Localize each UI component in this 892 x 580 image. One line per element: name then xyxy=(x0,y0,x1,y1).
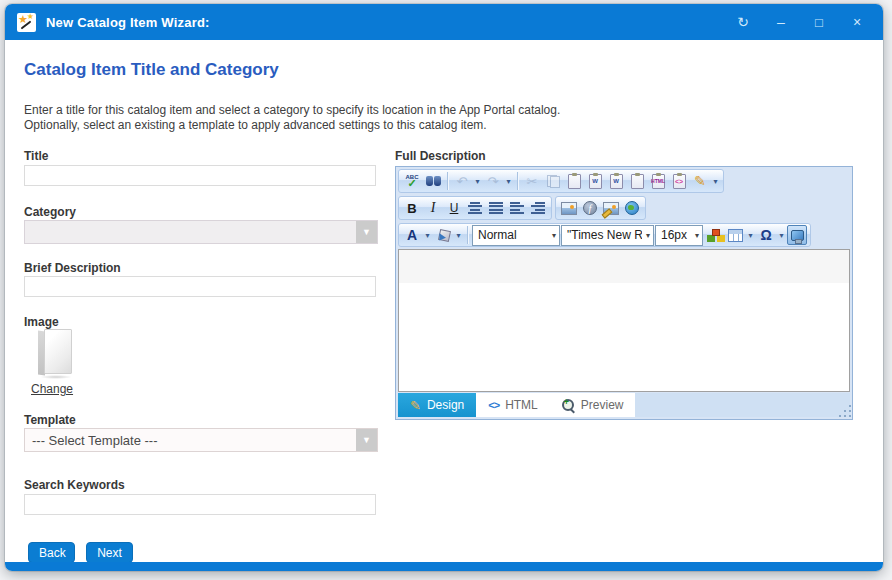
category-dropdown[interactable]: ▼ xyxy=(24,220,378,244)
underline-icon[interactable]: U xyxy=(444,198,464,218)
module-manager-icon[interactable] xyxy=(787,225,807,245)
page-title: Catalog Item Title and Category xyxy=(24,60,279,80)
title-label: Title xyxy=(24,149,48,163)
spellcheck-icon[interactable]: ABC ✓ xyxy=(402,171,422,191)
code-icon: <> xyxy=(488,399,499,411)
wizard-window: ★ ★ New Catalog Item Wizard: ↻ – □ × Cat… xyxy=(5,4,883,571)
chevron-down-icon: ▾ xyxy=(646,231,650,240)
magnifier-icon: + xyxy=(562,399,575,412)
chevron-down-icon: ▾ xyxy=(695,231,699,240)
box-shadow xyxy=(40,375,72,379)
toolbar-row-3: A ▾ ▾ Normal ▾ "Times New R... ▾ 16px ▾ xyxy=(396,221,852,248)
toolbar-group-font: A ▾ ▾ Normal ▾ "Times New R... ▾ 16px ▾ xyxy=(398,223,811,247)
full-description-label: Full Description xyxy=(395,149,486,163)
cut-icon[interactable]: ✂ xyxy=(522,171,542,191)
tab-preview[interactable]: + Preview xyxy=(550,393,636,417)
snippet-manager-icon[interactable] xyxy=(704,225,724,245)
editor-content-top-band xyxy=(399,250,849,283)
search-keywords-input[interactable] xyxy=(24,494,376,515)
paragraph-style-select[interactable]: Normal ▾ xyxy=(472,225,560,246)
separator xyxy=(447,172,448,190)
align-left-icon[interactable] xyxy=(507,198,527,218)
paste-html-icon[interactable]: <> xyxy=(669,171,689,191)
template-value: --- Select Template --- xyxy=(25,433,356,448)
toolbar-row-2: B I U f xyxy=(396,194,852,221)
rich-text-editor: ABC ✓ ↶ ▾ ↷ ▾ ✂ W W HTML <> ✎ xyxy=(395,166,853,420)
brief-description-input[interactable] xyxy=(24,276,376,297)
description-line-1: Enter a title for this catalog item and … xyxy=(24,103,560,118)
pencil-icon: ✎ xyxy=(410,398,421,413)
align-center-icon[interactable] xyxy=(465,198,485,218)
template-dropdown[interactable]: --- Select Template --- ▼ xyxy=(24,428,378,452)
brief-description-label: Brief Description xyxy=(24,261,121,275)
paste-icon[interactable] xyxy=(564,171,584,191)
font-size-select[interactable]: 16px ▾ xyxy=(655,225,703,246)
chevron-down-icon: ▾ xyxy=(552,231,556,240)
insert-table-dropdown-icon[interactable]: ▾ xyxy=(746,231,755,240)
hyperlink-manager-icon[interactable] xyxy=(622,198,642,218)
minimize-button[interactable]: – xyxy=(773,15,789,29)
next-button[interactable]: Next xyxy=(86,542,133,563)
toolbar-group-media: f xyxy=(555,196,646,220)
toolbar-group-clipboard: ABC ✓ ↶ ▾ ↷ ▾ ✂ W W HTML <> ✎ xyxy=(398,169,724,193)
editor-content-area[interactable] xyxy=(398,249,850,392)
paste-from-word-strip-font-icon[interactable]: W xyxy=(606,171,626,191)
change-image-link[interactable]: Change xyxy=(31,382,73,396)
format-stripper-dropdown-icon[interactable]: ▾ xyxy=(711,177,720,186)
title-bar: ★ ★ New Catalog Item Wizard: ↻ – □ × xyxy=(5,4,883,40)
category-label: Category xyxy=(24,205,76,219)
resize-grip-icon[interactable] xyxy=(844,410,846,412)
align-justify-icon[interactable] xyxy=(486,198,506,218)
bold-icon[interactable]: B xyxy=(402,198,422,218)
find-replace-icon[interactable] xyxy=(423,171,443,191)
separator xyxy=(517,172,518,190)
catalog-item-image xyxy=(38,329,72,376)
star-icon-small: ★ xyxy=(27,13,34,21)
copy-icon[interactable] xyxy=(543,171,563,191)
paste-as-html-icon[interactable]: HTML xyxy=(648,171,668,191)
font-name-select[interactable]: "Times New R... ▾ xyxy=(561,225,654,246)
page-description: Enter a title for this catalog item and … xyxy=(24,103,560,133)
paste-from-word-icon[interactable]: W xyxy=(585,171,605,191)
foreground-color-icon[interactable]: A xyxy=(402,225,422,245)
redo-icon[interactable]: ↷ xyxy=(483,171,503,191)
search-keywords-label: Search Keywords xyxy=(24,478,125,492)
italic-icon[interactable]: I xyxy=(423,198,443,218)
format-stripper-icon[interactable]: ✎ xyxy=(690,171,710,191)
wizard-app-icon: ★ ★ xyxy=(17,13,36,32)
box-front xyxy=(44,329,72,374)
align-right-icon[interactable] xyxy=(528,198,548,218)
close-button[interactable]: × xyxy=(849,15,865,29)
undo-icon[interactable]: ↶ xyxy=(452,171,472,191)
back-button[interactable]: Back xyxy=(28,542,75,563)
template-label: Template xyxy=(24,413,76,427)
foreground-color-dropdown-icon[interactable]: ▾ xyxy=(423,231,432,240)
insert-symbol-icon[interactable]: Ω xyxy=(756,225,776,245)
window-bottom-strip xyxy=(5,562,883,571)
image-label: Image xyxy=(24,315,59,329)
insert-table-icon[interactable] xyxy=(725,225,745,245)
editor-mode-tabs: ✎ Design <> HTML + Preview xyxy=(398,393,850,417)
image-manager-icon[interactable] xyxy=(559,198,579,218)
refresh-icon[interactable]: ↻ xyxy=(735,15,751,29)
separator xyxy=(467,226,468,244)
maximize-button[interactable]: □ xyxy=(811,16,827,29)
background-color-icon[interactable] xyxy=(433,225,453,245)
image-map-editor-icon[interactable] xyxy=(601,198,621,218)
title-input[interactable] xyxy=(24,165,376,186)
toolbar-row-1: ABC ✓ ↶ ▾ ↷ ▾ ✂ W W HTML <> ✎ xyxy=(396,167,852,194)
flash-manager-icon[interactable]: f xyxy=(580,198,600,218)
background-color-dropdown-icon[interactable]: ▾ xyxy=(454,231,463,240)
tab-design[interactable]: ✎ Design xyxy=(398,393,476,417)
undo-dropdown-icon[interactable]: ▾ xyxy=(473,177,482,186)
insert-symbol-dropdown-icon[interactable]: ▾ xyxy=(777,231,786,240)
paste-plain-text-icon[interactable] xyxy=(627,171,647,191)
description-line-2: Optionally, select an existing a templat… xyxy=(24,118,560,133)
chevron-down-icon[interactable]: ▼ xyxy=(356,221,377,243)
chevron-down-icon[interactable]: ▼ xyxy=(356,429,377,451)
toolbar-group-format: B I U xyxy=(398,196,552,220)
window-title: New Catalog Item Wizard: xyxy=(46,15,210,30)
window-controls: ↻ – □ × xyxy=(735,15,871,29)
redo-dropdown-icon[interactable]: ▾ xyxy=(504,177,513,186)
tab-html[interactable]: <> HTML xyxy=(476,393,550,417)
